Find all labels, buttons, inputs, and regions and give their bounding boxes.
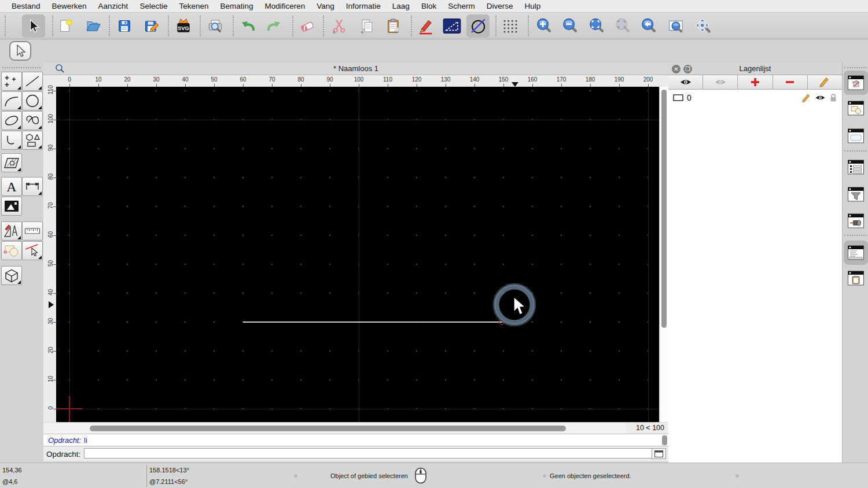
- vertical-scrollbar-thumb[interactable]: [661, 90, 667, 328]
- command-panel-button[interactable]: [844, 241, 868, 265]
- remove-layer-icon: [785, 77, 795, 87]
- ellipse-line-button[interactable]: [466, 14, 490, 38]
- ellipse-line-icon: [469, 17, 487, 35]
- cursor-tool-button[interactable]: [9, 41, 31, 61]
- eraser-button[interactable]: [296, 14, 319, 38]
- major-gridline: [56, 120, 659, 120]
- horizontal-scrollbar-thumb[interactable]: [90, 426, 566, 431]
- menu-item-laag[interactable]: Laag: [387, 2, 415, 10]
- layer-visible-eye-icon[interactable]: [815, 94, 826, 102]
- shapes-tool-button[interactable]: [1, 241, 22, 260]
- history-scrollbar[interactable]: [661, 435, 667, 446]
- menu-item-bewerken[interactable]: Bewerken: [46, 2, 93, 10]
- image-tool-button[interactable]: [1, 197, 22, 216]
- palette-drag-handle[interactable]: [2, 67, 41, 68]
- add-layer-button[interactable]: [738, 75, 773, 90]
- edit-layer-button[interactable]: [808, 75, 842, 90]
- draw-pencil-button[interactable]: [414, 14, 437, 38]
- undo-button[interactable]: [236, 14, 259, 38]
- hatch-tool-button[interactable]: [1, 153, 22, 172]
- menu-item-diverse[interactable]: Diverse: [481, 2, 519, 10]
- grid-button[interactable]: [499, 14, 522, 38]
- menu-item-scherm[interactable]: Scherm: [442, 2, 481, 10]
- copy-button[interactable]: [355, 14, 378, 38]
- filter-panel-button[interactable]: [846, 184, 866, 204]
- menu-item-aanzicht[interactable]: Aanzicht: [93, 2, 134, 10]
- text-tool-button[interactable]: A: [1, 177, 22, 196]
- shapes-panel-button[interactable]: [846, 98, 866, 118]
- ellipse-tool-button[interactable]: [1, 111, 22, 130]
- menu-item-hulp[interactable]: Hulp: [518, 2, 546, 10]
- zoom-window-button[interactable]: [664, 14, 687, 38]
- circle-tool-button[interactable]: [22, 91, 43, 110]
- ruler-tool-button[interactable]: [22, 221, 43, 241]
- zoom-out-button[interactable]: [558, 14, 582, 38]
- open-button[interactable]: [82, 14, 105, 38]
- points-tool-button[interactable]: [1, 72, 22, 91]
- layer-row[interactable]: 0: [668, 91, 842, 104]
- zoom-in-button[interactable]: [532, 14, 556, 38]
- drawn-line[interactable]: [243, 321, 502, 323]
- vertical-scrollbar[interactable]: [659, 87, 668, 422]
- list-panel-button[interactable]: [846, 157, 866, 177]
- properties-panel-button[interactable]: [844, 71, 868, 95]
- show-all-layers-button[interactable]: [668, 75, 703, 90]
- new-document-button[interactable]: [54, 14, 77, 38]
- redline-select-tool-button[interactable]: [22, 241, 43, 260]
- hruler-label: 50: [211, 76, 217, 83]
- zoom-selection-button[interactable]: [611, 14, 634, 38]
- cut-button[interactable]: [328, 14, 351, 38]
- zoom-fit-button[interactable]: [585, 14, 608, 38]
- menu-item-informatie[interactable]: Informatie: [340, 2, 387, 10]
- zoom-previous-button[interactable]: [637, 14, 660, 38]
- vruler-label: 0: [47, 402, 54, 415]
- drafting-tool-button[interactable]: [1, 221, 22, 241]
- hruler-label: 110: [383, 76, 392, 83]
- dimension-tool-button[interactable]: [22, 177, 43, 196]
- svg-export-button[interactable]: SVG: [172, 14, 195, 38]
- menu-item-blok[interactable]: Blok: [415, 2, 442, 10]
- menu-item-bestand[interactable]: Bestand: [6, 2, 46, 10]
- layers-titlebar[interactable]: ✕ ❐ Lagenlijst: [668, 62, 842, 75]
- main-toolbar: SVG: [0, 13, 868, 39]
- document-titlebar[interactable]: * Naamloos 1: [43, 62, 668, 75]
- menu-item-vang[interactable]: Vang: [311, 2, 340, 10]
- command-window-button[interactable]: [652, 448, 666, 459]
- print-preview-button[interactable]: [204, 14, 227, 38]
- drawing-canvas[interactable]: [56, 87, 659, 422]
- command-input[interactable]: [84, 448, 653, 459]
- menu-item-bemating[interactable]: Bemating: [214, 2, 259, 10]
- hruler-label: 100: [354, 76, 364, 83]
- menu-item-modificeren[interactable]: Modificeren: [259, 2, 311, 10]
- layer-lock-icon[interactable]: [829, 93, 837, 102]
- save-as-button[interactable]: [140, 14, 163, 38]
- save-button[interactable]: [113, 14, 136, 38]
- menu-item-selectie[interactable]: Selectie: [134, 2, 173, 10]
- dashed-triangle-button[interactable]: [440, 14, 464, 38]
- projector-panel-button[interactable]: [846, 211, 866, 231]
- layer-pencil-icon[interactable]: [801, 93, 811, 103]
- vruler-label: 40: [47, 286, 54, 299]
- polygon-tool-button[interactable]: [22, 131, 43, 150]
- history-scrollbar-thumb[interactable]: [662, 435, 667, 445]
- remove-layer-button[interactable]: [773, 75, 808, 90]
- arc-tool-button[interactable]: [1, 91, 22, 110]
- paste-button[interactable]: [382, 14, 405, 38]
- line-tool-button[interactable]: [22, 72, 43, 91]
- curve-tool-button[interactable]: [1, 131, 22, 150]
- selection-status: Geen objecten geselecteerd.: [550, 472, 631, 479]
- pan-button[interactable]: [692, 14, 715, 38]
- menu-item-tekenen[interactable]: Tekenen: [173, 2, 214, 10]
- clipboard-panel-button[interactable]: [846, 268, 866, 288]
- spline-tool-button[interactable]: [22, 111, 43, 130]
- properties-panel-icon: [847, 74, 865, 91]
- open-folder-icon: [84, 17, 102, 35]
- box-3d-tool-button[interactable]: [1, 266, 22, 285]
- select-arrow-button[interactable]: [22, 14, 45, 38]
- hruler-label: 60: [240, 76, 246, 83]
- hide-all-layers-button[interactable]: [703, 75, 738, 90]
- hruler-label: 150: [499, 76, 509, 83]
- horizontal-scrollbar[interactable]: 10 < 100: [43, 422, 668, 434]
- blank-panel-button[interactable]: [846, 126, 866, 146]
- redo-button[interactable]: [263, 14, 286, 38]
